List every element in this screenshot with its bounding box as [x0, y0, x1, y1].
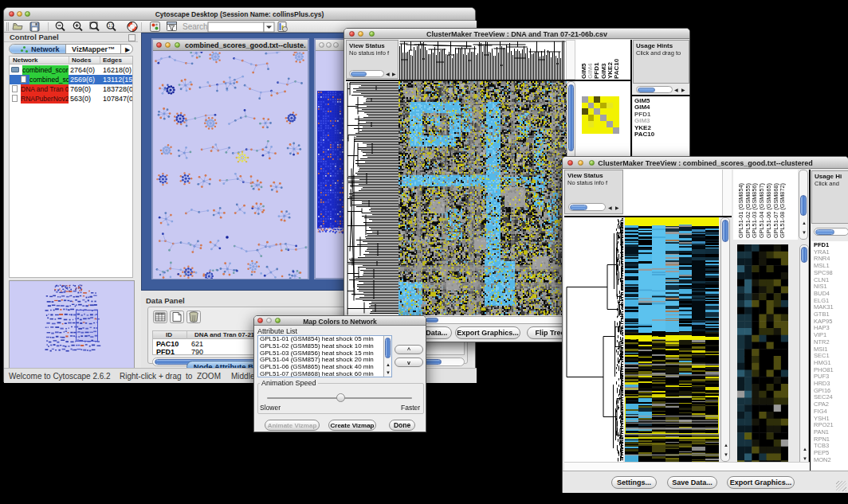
svg-text:1:1: 1:1 [108, 24, 114, 28]
svg-text:GPL51-07 (GSM868): GPL51-07 (GSM868) [772, 183, 779, 238]
svg-text:GPL51-04 (GSM857): GPL51-04 (GSM857) [758, 183, 765, 238]
svg-text:GPL51-03 (GSM856): GPL51-03 (GSM856) [751, 183, 758, 238]
svg-text:PAC10: PAC10 [613, 58, 620, 79]
svg-text:Search:: Search: [183, 22, 210, 31]
svg-text:GPL51-08 (GSM872): GPL51-08 (GSM872) [779, 183, 786, 238]
svg-text:GPL51-01 (GSM854): GPL51-01 (GSM854) [737, 183, 744, 238]
svg-text:GPL51-02 (GSM855): GPL51-02 (GSM855) [744, 183, 752, 238]
svg-text:GPL51-06 (GSM865): GPL51-06 (GSM865) [765, 183, 772, 238]
